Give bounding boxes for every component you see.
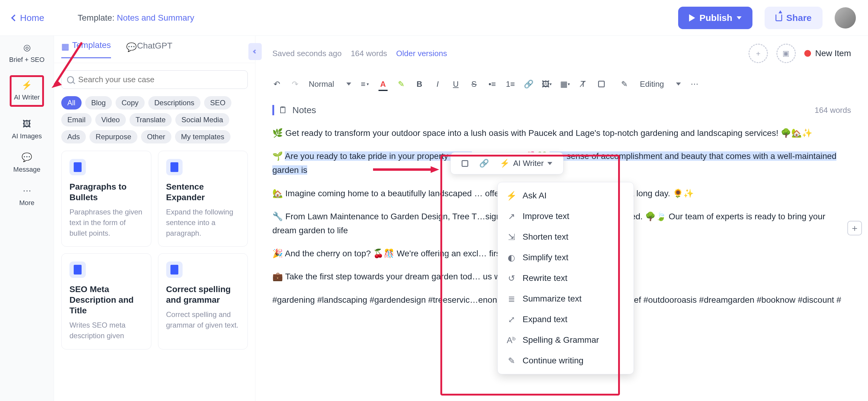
section-heading: Notes bbox=[292, 105, 316, 115]
editor-toolbar: ↶ ↷ Normal ≡▾ A ✎ B I U S •≡ 1≡ 🔗 🖼▾ ▦▾ … bbox=[272, 73, 851, 95]
comment-button[interactable] bbox=[597, 80, 606, 89]
menu-simplify-text[interactable]: ◐Simplify text bbox=[498, 247, 633, 268]
rail-ai-images[interactable]: 🖼 AI Images bbox=[12, 118, 42, 140]
rail-brief-seo[interactable]: ◎ Brief + SEO bbox=[9, 42, 44, 64]
grid-icon: ▦ bbox=[61, 41, 68, 49]
saved-status: Saved seconds ago bbox=[272, 49, 341, 58]
card-title: Correct spelling and grammar bbox=[166, 284, 240, 305]
image-button[interactable]: 🖼▾ bbox=[542, 80, 551, 89]
avatar[interactable] bbox=[835, 7, 856, 29]
menu-rewrite-text[interactable]: ↺Rewrite text bbox=[498, 268, 633, 288]
rail-message[interactable]: 💬 Message bbox=[13, 152, 40, 174]
send-icon bbox=[689, 14, 695, 22]
card-title: Sentence Expander bbox=[166, 181, 240, 203]
text-color-button[interactable]: A bbox=[378, 80, 388, 89]
link-button[interactable]: 🔗 bbox=[524, 80, 533, 89]
table-button[interactable]: ▦▾ bbox=[560, 80, 569, 89]
chip-descriptions[interactable]: Descriptions bbox=[148, 96, 200, 110]
mode-select[interactable]: ✎Editing bbox=[621, 80, 681, 89]
bold-button[interactable]: B bbox=[415, 80, 424, 89]
chip-my-templates[interactable]: My templates bbox=[175, 130, 230, 144]
clear-format-button[interactable]: T̸ bbox=[579, 80, 588, 89]
highlight-button[interactable]: ✎ bbox=[397, 80, 406, 89]
add-collaborator-button[interactable]: ＋ bbox=[748, 44, 768, 63]
breadcrumb: Template: Notes and Summary bbox=[78, 13, 194, 23]
tab-chatgpt[interactable]: 💬 ChatGPT bbox=[126, 41, 173, 58]
chevron-down-icon bbox=[548, 162, 552, 165]
template-card[interactable]: Sentence Expander Expand the following s… bbox=[158, 151, 248, 247]
menu-summarize-text[interactable]: ≣Summarize text bbox=[498, 288, 633, 309]
doc-icon bbox=[69, 159, 86, 175]
doc-icon bbox=[166, 159, 183, 175]
publish-button[interactable]: Publish bbox=[678, 7, 752, 29]
message-icon: 💬 bbox=[22, 152, 32, 162]
older-versions-link[interactable]: Older versions bbox=[396, 49, 447, 58]
share-button[interactable]: Share bbox=[765, 7, 823, 29]
italic-button[interactable]: I bbox=[433, 80, 442, 89]
align-button[interactable]: ≡▾ bbox=[360, 80, 369, 89]
spellcheck-icon: Aᵇ bbox=[507, 336, 516, 345]
image-icon: 🖼 bbox=[21, 118, 32, 129]
search-input-wrap[interactable] bbox=[61, 70, 248, 89]
template-card[interactable]: Correct spelling and grammar Correct spe… bbox=[158, 253, 248, 349]
doc-icon bbox=[166, 261, 183, 278]
insert-link-button[interactable]: 🔗 bbox=[474, 156, 494, 171]
improve-icon: ↗ bbox=[507, 212, 516, 221]
card-desc: Writes SEO meta description given bbox=[69, 320, 143, 341]
undo-button[interactable]: ↶ bbox=[272, 80, 281, 89]
add-comment-button[interactable] bbox=[456, 157, 474, 170]
bolt-icon: ⚡ bbox=[500, 159, 509, 168]
chip-ads[interactable]: Ads bbox=[61, 130, 86, 144]
rail-more[interactable]: ⋯ More bbox=[19, 185, 34, 207]
home-link[interactable]: Home bbox=[12, 13, 44, 23]
ai-writer-dropdown-button[interactable]: ⚡ AI Writer bbox=[494, 156, 558, 171]
comment-icon bbox=[462, 160, 468, 167]
more-icon: ⋯ bbox=[22, 185, 32, 196]
chip-seo[interactable]: SEO bbox=[204, 96, 232, 110]
status-new-item[interactable]: New Item bbox=[804, 49, 851, 58]
chip-all[interactable]: All bbox=[61, 96, 82, 110]
chat-icon: 💬 bbox=[126, 42, 133, 50]
chip-translate[interactable]: Translate bbox=[129, 113, 172, 126]
template-link[interactable]: Notes and Summary bbox=[117, 13, 194, 23]
menu-ask-ai[interactable]: ⚡Ask AI bbox=[498, 185, 633, 206]
template-card[interactable]: SEO Meta Description and Title Writes SE… bbox=[61, 253, 151, 349]
paragraph-style-select[interactable]: Normal bbox=[309, 80, 351, 89]
menu-continue-writing[interactable]: ✎Continue writing bbox=[498, 350, 633, 371]
numbered-list-button[interactable]: 1≡ bbox=[506, 80, 515, 89]
tab-templates[interactable]: ▦ Templates bbox=[61, 40, 111, 58]
summarize-icon: ≣ bbox=[507, 294, 516, 303]
chip-copy[interactable]: Copy bbox=[116, 96, 145, 110]
chip-repurpose[interactable]: Repurpose bbox=[90, 130, 137, 144]
menu-improve-text[interactable]: ↗Improve text bbox=[498, 206, 633, 226]
template-card[interactable]: Paragraphs to Bullets Paraphrases the gi… bbox=[61, 151, 151, 247]
chip-blog[interactable]: Blog bbox=[85, 96, 112, 110]
expand-icon: ⤢ bbox=[507, 315, 516, 324]
card-title: SEO Meta Description and Title bbox=[69, 284, 143, 316]
chevron-left-icon bbox=[11, 14, 18, 21]
selection-toolbar: 🔗 ⚡ AI Writer bbox=[451, 152, 563, 175]
chip-video[interactable]: Video bbox=[95, 113, 126, 126]
chip-social-media[interactable]: Social Media bbox=[175, 113, 229, 126]
section-word-count: 164 words bbox=[815, 105, 851, 115]
strike-button[interactable]: S bbox=[469, 80, 478, 89]
search-input[interactable] bbox=[78, 75, 242, 84]
menu-shorten-text[interactable]: ⇲Shorten text bbox=[498, 226, 633, 247]
underline-button[interactable]: U bbox=[451, 80, 460, 89]
menu-spelling-grammar[interactable]: AᵇSpelling & Grammar bbox=[498, 330, 633, 350]
share-icon bbox=[775, 14, 782, 21]
redo-button[interactable]: ↷ bbox=[290, 80, 300, 89]
chip-other[interactable]: Other bbox=[141, 130, 172, 144]
menu-expand-text[interactable]: ⤢Expand text bbox=[498, 309, 633, 330]
more-toolbar-button[interactable]: ⋯ bbox=[690, 80, 699, 89]
bolt-icon: ⚡ bbox=[507, 191, 516, 200]
bulleted-list-button[interactable]: •≡ bbox=[488, 80, 497, 89]
rail-ai-writer[interactable]: ⚡ AI Writer bbox=[10, 75, 44, 107]
add-block-button[interactable]: ＋ bbox=[847, 221, 862, 236]
card-desc: Paraphrases the given text in the form o… bbox=[69, 207, 143, 239]
status-dot-icon bbox=[804, 50, 811, 57]
chip-email[interactable]: Email bbox=[61, 113, 92, 126]
selected-text: Are you ready to take pride in your prop… bbox=[285, 151, 472, 161]
add-asset-button[interactable]: ▣ bbox=[776, 44, 796, 63]
home-label: Home bbox=[20, 13, 44, 23]
